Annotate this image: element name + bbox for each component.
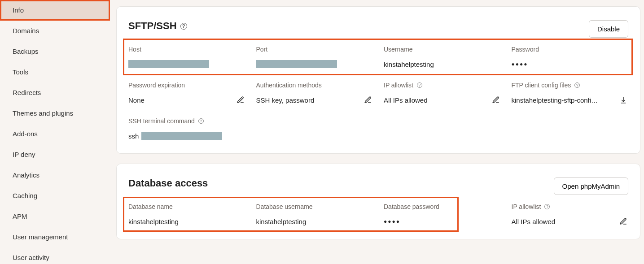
username-label: Username bbox=[384, 46, 501, 53]
disable-button[interactable]: Disable bbox=[589, 20, 628, 38]
field-ftp-config: FTP client config files ? kinstahelptest… bbox=[512, 82, 629, 105]
field-auth-methods: Authentication methods SSH key, password bbox=[256, 82, 373, 105]
sftp-card: SFTP/SSH ? Disable Host Port bbox=[116, 6, 640, 154]
ssh-command-label: SSH terminal command ? bbox=[128, 117, 245, 125]
ip-allowlist-label: IP allowlist ? bbox=[384, 82, 501, 89]
sidebar-item-ip-deny[interactable]: IP deny bbox=[0, 144, 110, 165]
sidebar-item-analytics[interactable]: Analytics bbox=[0, 165, 110, 186]
port-label: Port bbox=[256, 46, 373, 53]
field-ip-allowlist: IP allowlist ? All IPs allowed bbox=[384, 82, 501, 105]
edit-icon[interactable] bbox=[363, 95, 373, 105]
host-label: Host bbox=[128, 46, 245, 53]
password-expiration-value: None bbox=[128, 96, 145, 104]
sidebar-item-tools[interactable]: Tools bbox=[0, 62, 110, 82]
field-db-password: Database password ●●●● bbox=[384, 203, 501, 226]
sidebar-item-caching[interactable]: Caching bbox=[0, 186, 110, 206]
sidebar-item-backups[interactable]: Backups bbox=[0, 41, 110, 62]
ssh-command-value: ssh bbox=[128, 132, 222, 140]
field-ssh-command: SSH terminal command ? ssh bbox=[128, 117, 245, 141]
db-name-label: Database name bbox=[128, 203, 245, 210]
db-title-text: Database access bbox=[128, 177, 208, 189]
main-content: SFTP/SSH ? Disable Host Port bbox=[110, 0, 644, 264]
ssh-command-redacted bbox=[141, 132, 222, 140]
password-label: Password bbox=[512, 46, 629, 53]
sidebar-item-themes-plugins[interactable]: Themes and plugins bbox=[0, 103, 110, 124]
field-db-username: Database username kinstahelptesting bbox=[256, 203, 373, 226]
password-value: ●●●● bbox=[512, 61, 528, 67]
db-card: Database access Open phpMyAdmin Database… bbox=[116, 164, 640, 239]
help-icon[interactable]: ? bbox=[574, 82, 580, 88]
sidebar-item-apm[interactable]: APM bbox=[0, 206, 110, 227]
sidebar-item-user-management[interactable]: User management bbox=[0, 227, 110, 247]
password-expiration-label: Password expiration bbox=[128, 82, 245, 89]
help-icon[interactable]: ? bbox=[544, 204, 550, 209]
sidebar: Info Domains Backups Tools Redirects The… bbox=[0, 0, 110, 264]
field-password: Password ●●●● bbox=[512, 46, 629, 69]
edit-icon[interactable] bbox=[618, 216, 628, 226]
db-name-value: kinstahelptesting bbox=[128, 218, 179, 225]
field-username: Username kinstahelptesting bbox=[384, 46, 501, 69]
ftp-config-label: FTP client config files ? bbox=[512, 82, 629, 89]
field-db-name: Database name kinstahelptesting bbox=[128, 203, 245, 226]
help-icon[interactable]: ? bbox=[417, 82, 422, 88]
edit-icon[interactable] bbox=[491, 95, 501, 105]
auth-methods-label: Authentication methods bbox=[256, 82, 373, 89]
db-ip-allowlist-label: IP allowlist ? bbox=[512, 203, 629, 210]
field-port: Port bbox=[256, 46, 373, 69]
sftp-title: SFTP/SSH ? bbox=[128, 20, 187, 32]
sidebar-item-addons[interactable]: Add-ons bbox=[0, 124, 110, 144]
sidebar-item-user-activity[interactable]: User activity bbox=[0, 247, 110, 264]
help-icon[interactable]: ? bbox=[180, 23, 187, 30]
field-password-expiration: Password expiration None bbox=[128, 82, 245, 105]
download-icon[interactable] bbox=[618, 95, 628, 105]
port-value-redacted bbox=[256, 60, 337, 68]
edit-icon[interactable] bbox=[236, 95, 245, 105]
ftp-config-value: kinstahelptesting-sftp-config.... bbox=[512, 96, 601, 104]
sidebar-item-info[interactable]: Info bbox=[0, 0, 110, 21]
sidebar-item-redirects[interactable]: Redirects bbox=[0, 82, 110, 103]
db-username-value: kinstahelptesting bbox=[256, 218, 307, 225]
field-host: Host bbox=[128, 46, 245, 69]
db-password-label: Database password bbox=[384, 203, 501, 210]
help-icon[interactable]: ? bbox=[198, 118, 204, 124]
field-db-ip-allowlist: IP allowlist ? All IPs allowed bbox=[512, 203, 629, 226]
db-username-label: Database username bbox=[256, 203, 373, 210]
host-value-redacted bbox=[128, 60, 209, 68]
username-value: kinstahelptesting bbox=[384, 61, 434, 68]
db-title: Database access bbox=[128, 177, 208, 189]
auth-methods-value: SSH key, password bbox=[256, 96, 315, 104]
open-phpmyadmin-button[interactable]: Open phpMyAdmin bbox=[554, 177, 628, 195]
sidebar-item-domains[interactable]: Domains bbox=[0, 21, 110, 41]
db-password-value: ●●●● bbox=[384, 218, 400, 225]
sftp-title-text: SFTP/SSH bbox=[128, 20, 177, 32]
ip-allowlist-value: All IPs allowed bbox=[384, 96, 428, 104]
db-ip-allowlist-value: All IPs allowed bbox=[512, 218, 556, 225]
